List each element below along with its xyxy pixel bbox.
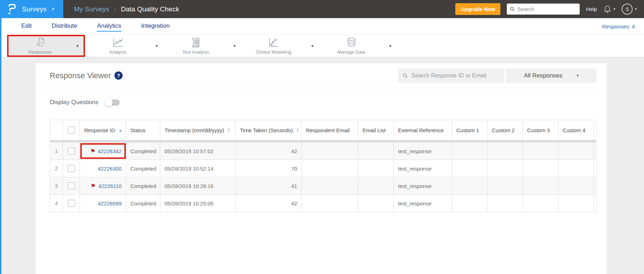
table-row: 3 ⚑ 42226110 Completed 05/28/2019 10:26:… [50, 177, 596, 195]
row-number: 2 [50, 160, 63, 177]
sort-both-icon: ▲▼ [296, 128, 299, 133]
notifications-menu[interactable]: ▾ [603, 5, 616, 14]
breadcrumb: My Surveys › Data Quality Check [74, 5, 179, 13]
avatar: S [622, 4, 633, 15]
row-number: 1 [50, 143, 63, 160]
custom-cell [523, 195, 558, 212]
chevron-down-icon: ▾ [52, 7, 54, 11]
breadcrumb-separator-icon: › [114, 6, 116, 12]
response-id-cell: 42226099 [80, 195, 126, 212]
row-number: 3 [50, 177, 63, 194]
custom-cell [523, 143, 558, 160]
global-search[interactable] [507, 4, 580, 15]
chevron-down-icon: ▾ [613, 7, 616, 11]
display-questions-toggle[interactable] [106, 100, 120, 106]
page-title: Response Viewer [50, 71, 111, 80]
line-chart-icon [112, 37, 124, 48]
row-checkbox[interactable] [68, 200, 75, 207]
response-id-link[interactable]: 42226110 [98, 183, 122, 189]
email-list-cell [358, 160, 394, 177]
response-id-link[interactable]: 42226342 [98, 148, 122, 154]
status-cell: Completed [126, 195, 160, 212]
help-icon[interactable]: ? [114, 71, 123, 80]
toolbar-item-label: Responses [28, 49, 52, 55]
custom-cell [488, 143, 523, 160]
header-email-list: Email List [358, 120, 394, 140]
time-taken-cell: 41 [236, 177, 302, 194]
panel-header: Response Viewer ? All Responses ▾ [36, 63, 607, 88]
database-icon [345, 37, 358, 48]
search-icon [510, 6, 515, 12]
responses-table: Response ID ▲ Status Timestamp (mm/dd/yy… [50, 120, 596, 212]
respondent-email-cell [302, 195, 358, 212]
header-timestamp[interactable]: Timestamp (mm/dd/yyyy) ▲▼ [160, 120, 236, 140]
custom-cell [488, 195, 523, 212]
respondent-email-cell [302, 177, 358, 194]
custom-cell [558, 143, 594, 160]
header-row-number [50, 120, 63, 140]
display-questions-label: Display Questions [50, 99, 98, 106]
help-link[interactable]: Help [586, 6, 597, 12]
response-id-cell: ⚑ 42226110 [80, 177, 126, 194]
product-switcher[interactable]: Surveys ▾ [0, 0, 63, 18]
time-taken-cell: 70 [236, 160, 302, 177]
select-all-checkbox[interactable] [68, 127, 75, 134]
global-search-input[interactable] [517, 6, 576, 12]
tab-analytics[interactable]: Analytics [87, 18, 131, 34]
sort-ascending-icon: ▲ [119, 128, 122, 132]
respondent-email-cell [302, 160, 358, 177]
table-row: 1 ⚑ 42226342 Completed 05/28/2019 10:57:… [50, 143, 596, 160]
row-spacer [594, 143, 596, 160]
email-list-cell [358, 143, 394, 160]
header-custom-3: Custom 3 [523, 120, 558, 140]
scatter-chart-icon [267, 37, 280, 48]
custom-cell [452, 195, 488, 212]
toolbar-item-analysis[interactable]: Analysis ▾ [85, 35, 163, 57]
toolbar-item-text-analysis[interactable]: Text Analysis ▾ [163, 35, 241, 57]
custom-cell [488, 177, 523, 194]
upgrade-now-button[interactable]: Upgrade Now [455, 3, 500, 15]
header-custom-1: Custom 1 [452, 120, 488, 140]
tab-integration[interactable]: Integration [131, 18, 179, 34]
chevron-down-icon: ▾ [577, 74, 579, 77]
response-search[interactable] [398, 69, 504, 83]
response-search-input[interactable] [412, 72, 499, 79]
survey-nav-tabs: Edit Distribute Analytics Integration Re… [0, 18, 644, 34]
account-menu[interactable]: S ▾ [622, 4, 637, 15]
custom-cell [452, 160, 488, 177]
custom-cell [523, 160, 558, 177]
toolbar-item-manage-data[interactable]: Manage Data ▾ [318, 35, 396, 57]
status-cell: Completed [126, 177, 160, 194]
responses-filter-dropdown[interactable]: All Responses ▾ [506, 69, 597, 83]
timestamp-cell: 05/28/2019 10:57:02 [160, 143, 236, 160]
header-respondent-email: Respondent Email [302, 120, 358, 140]
table-row: 4 42226099 Completed 05/28/2019 10:25:05… [50, 195, 596, 212]
custom-cell [452, 177, 488, 194]
response-id-link[interactable]: 42226300 [98, 166, 122, 172]
header-external-reference: External Reference [394, 120, 452, 140]
bell-icon [603, 5, 611, 14]
custom-cell [523, 177, 558, 194]
custom-cell [558, 177, 594, 194]
tab-distribute[interactable]: Distribute [42, 18, 87, 34]
flag-icon: ⚑ [90, 148, 95, 155]
display-questions-control: Display Questions [50, 99, 120, 106]
toolbar-item-label: Manage Data [337, 49, 365, 55]
toolbar-item-choice-modelling[interactable]: Choice Modelling ▾ [241, 35, 318, 57]
status-cell: Completed [126, 143, 160, 160]
analytics-toolbar: Responses ▾ Analysis ▾ Text [0, 34, 644, 57]
toolbar-item-responses[interactable]: Responses ▾ [7, 35, 85, 57]
header-response-id[interactable]: Response ID ▲ [80, 120, 126, 140]
row-checkbox[interactable] [68, 182, 75, 189]
header-time-taken[interactable]: Time Taken (Seconds) ▲▼ [236, 120, 302, 140]
header-select-all [63, 120, 80, 140]
table-header-row: Response ID ▲ Status Timestamp (mm/dd/yy… [50, 120, 596, 140]
row-checkbox[interactable] [68, 147, 75, 155]
tab-edit[interactable]: Edit [11, 18, 42, 34]
toggle-knob [104, 98, 113, 107]
row-checkbox[interactable] [68, 165, 75, 172]
header-custom-2: Custom 2 [488, 120, 523, 140]
response-id-link[interactable]: 42226099 [98, 200, 122, 206]
breadcrumb-my-surveys[interactable]: My Surveys [74, 5, 109, 13]
time-taken-cell: 42 [236, 195, 302, 212]
